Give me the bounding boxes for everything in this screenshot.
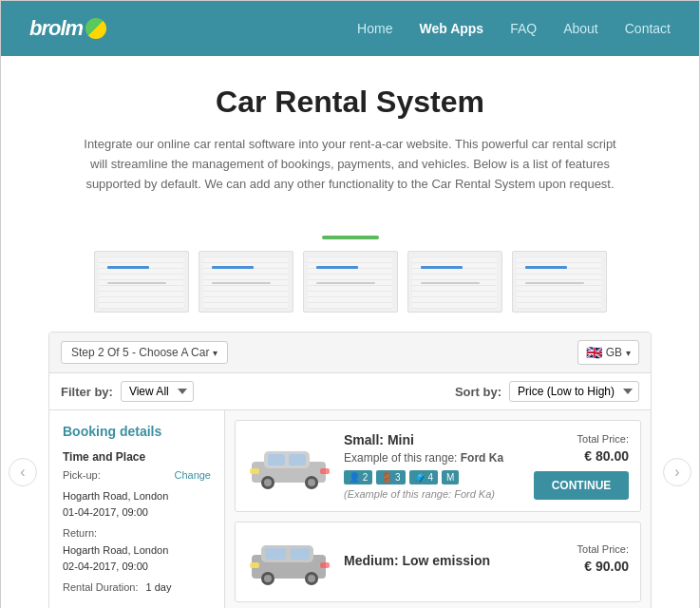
flag-icon: 🇬🇧	[586, 345, 602, 360]
car-features-mini: 👤 2 🚪 3 🧳 4 M	[344, 470, 522, 484]
car-illustration-mini	[247, 438, 332, 490]
thumbnail-4[interactable]	[407, 251, 502, 313]
logo-text: brolm	[29, 16, 83, 41]
thumbnail-2[interactable]	[199, 251, 293, 313]
svg-point-15	[264, 575, 272, 582]
svg-rect-13	[291, 548, 310, 560]
progress-indicator	[322, 236, 379, 239]
car-name-medium: Medium: Low emission	[344, 553, 522, 568]
nav-contact[interactable]: Contact	[625, 21, 671, 36]
svg-rect-2	[268, 454, 285, 466]
change-link[interactable]: Change	[174, 469, 211, 481]
duration-label: Rental Duration:	[63, 581, 139, 593]
car-price-mini: Total Price: € 80.00 CONTINUE	[534, 433, 629, 500]
price-value-medium: € 90.00	[534, 559, 629, 574]
pickup-value: Hogarth Road, London01-04-2017, 09:00	[63, 488, 211, 520]
svg-point-7	[308, 479, 315, 486]
svg-point-5	[264, 479, 272, 486]
filter-by-select[interactable]: View All	[121, 381, 194, 402]
car-rental-widget: Step 2 Of 5 - Choose A Car 🇬🇧 GB Filter …	[48, 332, 652, 608]
navbar: brolm Home Web Apps FAQ About Contact	[1, 1, 699, 56]
return-value: Hogarth Road, London02-04-2017, 09:00	[63, 542, 211, 574]
svg-point-17	[308, 575, 315, 582]
svg-rect-8	[250, 468, 259, 474]
duration-row: Rental Duration: 1 day	[63, 581, 211, 593]
car-name-mini: Small: Mini	[344, 432, 522, 447]
thumbnail-3[interactable]	[303, 251, 398, 313]
page-title: Car Rental System	[48, 85, 652, 120]
nav-home[interactable]: Home	[357, 21, 392, 36]
next-arrow[interactable]: ›	[663, 458, 691, 486]
car-body-medium: Medium: Low emission	[344, 553, 522, 572]
widget-body: Booking details Time and Place Pick-up: …	[49, 410, 651, 608]
nav-faq[interactable]: FAQ	[510, 21, 537, 36]
booking-sidebar: Booking details Time and Place Pick-up: …	[49, 410, 225, 608]
prev-arrow[interactable]: ‹	[9, 458, 37, 486]
svg-rect-12	[265, 548, 286, 560]
car-card-medium: Medium: Low emission Total Price: € 90.0…	[235, 522, 641, 602]
filter-by-area: Filter by: View All	[61, 381, 194, 402]
price-label-medium: Total Price:	[534, 543, 629, 555]
step-selector[interactable]: Step 2 Of 5 - Choose A Car	[61, 341, 228, 364]
main-content: Car Rental System Integrate our online c…	[1, 56, 699, 236]
duration-value: 1 day	[146, 581, 172, 593]
price-label-mini: Total Price:	[534, 433, 629, 445]
car-listings: Small: Mini Example of this range: Ford …	[225, 410, 651, 608]
carousel-wrapper: ‹ Step 2 Of 5 - Choose A Car 🇬🇧 GB Filte…	[1, 332, 699, 608]
nav-links: Home Web Apps FAQ About Contact	[357, 20, 671, 37]
return-label: Return:	[63, 527, 211, 539]
feature-bags: 🧳 4	[409, 470, 438, 484]
svg-rect-3	[289, 454, 306, 466]
car-illustration-medium	[247, 534, 332, 586]
feature-passengers: 👤 2	[344, 470, 372, 484]
thumbnail-1[interactable]	[94, 251, 189, 313]
widget-header: Step 2 Of 5 - Choose A Car 🇬🇧 GB	[49, 332, 651, 373]
pickup-label: Pick-up:	[63, 469, 110, 481]
car-body-mini: Small: Mini Example of this range: Ford …	[344, 432, 522, 500]
sort-by-select[interactable]: Price (Low to High)	[509, 381, 639, 402]
svg-rect-19	[320, 562, 330, 568]
language-selector[interactable]: 🇬🇧 GB	[577, 340, 639, 365]
filter-by-label: Filter by:	[61, 385, 113, 399]
price-value-mini: € 80.00	[534, 448, 629, 464]
thumbnail-5[interactable]	[512, 251, 607, 313]
booking-pickup-row: Pick-up: Change	[63, 469, 211, 481]
screenshot-thumbnails	[48, 251, 652, 313]
filter-row: Filter by: View All Sort by: Price (Low …	[49, 373, 651, 410]
feature-transmission: M	[442, 470, 459, 484]
car-example-mini: Example of this range: Ford Ka	[344, 451, 522, 465]
car-example-range-mini: (Example of this range: Ford Ka)	[344, 488, 522, 500]
svg-rect-9	[320, 468, 330, 474]
thumbnails-section	[1, 236, 699, 313]
logo: brolm	[29, 16, 106, 41]
page-description: Integrate our online car rental software…	[75, 135, 626, 194]
car-price-medium: Total Price: € 90.00	[534, 543, 629, 581]
car-card-mini: Small: Mini Example of this range: Ford …	[235, 420, 641, 512]
svg-rect-18	[250, 562, 259, 568]
sort-by-area: Sort by: Price (Low to High)	[455, 381, 639, 402]
nav-about[interactable]: About	[563, 21, 598, 36]
sort-by-label: Sort by:	[455, 385, 501, 399]
booking-title: Booking details	[63, 424, 211, 439]
continue-button-mini[interactable]: CONTINUE	[534, 471, 629, 500]
booking-section-title: Time and Place	[63, 450, 211, 464]
lang-label: GB	[606, 346, 622, 359]
nav-webapps[interactable]: Web Apps	[419, 21, 483, 36]
logo-icon	[85, 18, 106, 39]
car-image-mini	[247, 438, 332, 494]
feature-doors: 🚪 3	[376, 470, 405, 484]
car-image-medium	[247, 534, 332, 590]
